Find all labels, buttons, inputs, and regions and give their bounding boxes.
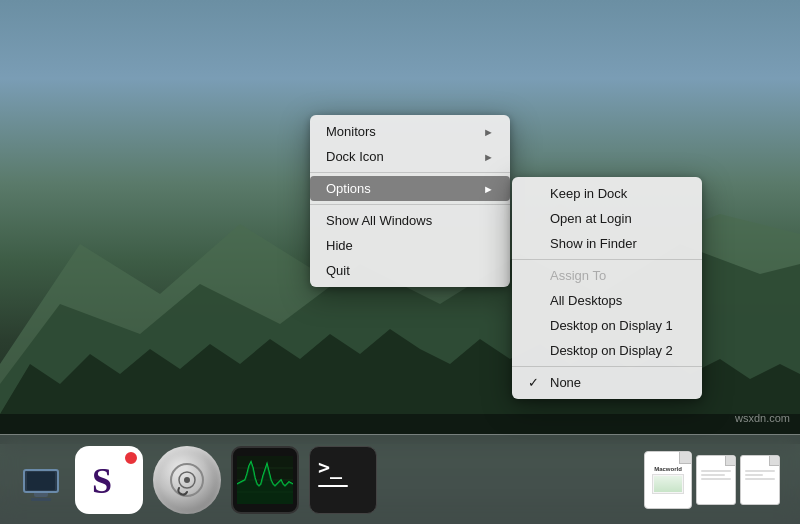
disk-utility-icon-graphic [167,460,207,500]
submenu-item-desktop-display-1[interactable]: Desktop on Display 1 [512,313,702,338]
dock-icon-display[interactable] [20,459,62,501]
watermark: wsxdn.com [735,412,790,424]
slack-notification-badge [123,450,139,466]
dock-icon-activity-monitor[interactable] [230,445,300,515]
svg-point-8 [184,477,190,483]
submenu-item-desktop-display-2-label: Desktop on Display 2 [550,343,673,358]
submenu-item-desktop-display-2-check [528,343,542,358]
submenu-options: Keep in Dock Open at Login Show in Finde… [512,177,702,399]
menu-item-monitors[interactable]: Monitors ► [310,119,510,144]
context-menu-container: Monitors ► Dock Icon ► Options ► Show Al… [310,115,702,399]
submenu-item-open-at-login-check [528,211,542,226]
submenu-item-none[interactable]: ✓ None [512,370,702,395]
activity-monitor-waveform [237,456,293,504]
menu-item-show-all-windows[interactable]: Show All Windows [310,208,510,233]
submenu-item-keep-in-dock-label: Keep in Dock [550,186,627,201]
dock-icon-disk-utility[interactable] [152,445,222,515]
svg-text:S: S [92,461,112,501]
submenu-divider-1 [512,259,702,260]
submenu-item-show-in-finder-check [528,236,542,251]
submenu-item-desktop-display-2[interactable]: Desktop on Display 2 [512,338,702,363]
dock-icon-slack[interactable]: S [74,445,144,515]
menu-item-quit-label: Quit [326,263,350,278]
context-menu: Monitors ► Dock Icon ► Options ► Show Al… [310,115,510,287]
dock-icon-document-2[interactable] [740,455,780,505]
menu-item-hide[interactable]: Hide [310,233,510,258]
submenu-item-none-label: None [550,375,581,390]
menu-item-options[interactable]: Options ► [310,176,510,201]
submenu-item-all-desktops[interactable]: All Desktops [512,288,702,313]
dock-icon-document-1[interactable] [696,455,736,505]
menu-item-hide-label: Hide [326,238,353,253]
submenu-item-open-at-login-label: Open at Login [550,211,632,226]
submenu-item-show-in-finder-label: Show in Finder [550,236,637,251]
submenu-item-assign-to: Assign To [512,263,702,288]
submenu-item-desktop-display-1-label: Desktop on Display 1 [550,318,673,333]
submenu-item-none-check: ✓ [528,375,542,390]
submenu-divider-2 [512,366,702,367]
submenu-item-show-in-finder[interactable]: Show in Finder [512,231,702,256]
submenu-item-keep-in-dock-check [528,186,542,201]
submenu-item-desktop-display-1-check [528,318,542,333]
submenu-item-all-desktops-check [528,293,542,308]
menu-item-monitors-label: Monitors [326,124,376,139]
menu-item-quit[interactable]: Quit [310,258,510,283]
submenu-item-assign-to-check [528,268,542,283]
dock: S [0,434,800,524]
dock-right-section: Macworld [644,451,780,509]
menu-item-dock-icon-arrow: ► [483,151,494,163]
menu-item-options-label: Options [326,181,371,196]
dock-icon-macworld[interactable]: Macworld [644,451,692,509]
menu-divider-2 [310,204,510,205]
menu-item-dock-icon-label: Dock Icon [326,149,384,164]
submenu-item-all-desktops-label: All Desktops [550,293,622,308]
menu-item-monitors-arrow: ► [483,126,494,138]
dock-icon-terminal[interactable]: >_ [308,445,378,515]
menu-item-dock-icon[interactable]: Dock Icon ► [310,144,510,169]
menu-divider-1 [310,172,510,173]
menu-item-options-arrow: ► [483,183,494,195]
menu-item-show-all-windows-label: Show All Windows [326,213,432,228]
submenu-item-keep-in-dock[interactable]: Keep in Dock [512,181,702,206]
submenu-item-open-at-login[interactable]: Open at Login [512,206,702,231]
submenu-item-assign-to-label: Assign To [550,268,606,283]
